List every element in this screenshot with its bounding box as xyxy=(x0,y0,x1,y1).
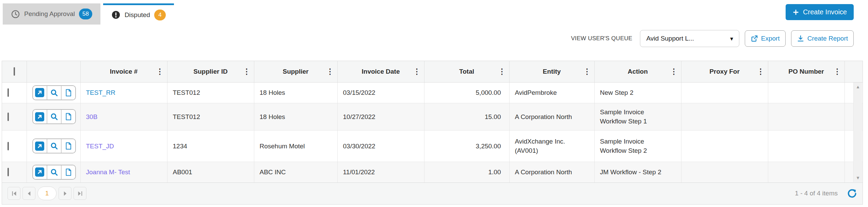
invoice-link[interactable]: 30B xyxy=(86,113,98,120)
column-header-total[interactable]: Total⋮ xyxy=(424,61,509,82)
queue-dropdown[interactable]: Avid Support L... ▼ xyxy=(640,30,739,47)
search-invoice-button[interactable] xyxy=(47,139,61,153)
column-header-po-number[interactable]: PO Number⋮ xyxy=(768,61,845,82)
chevron-down-icon: ▼ xyxy=(729,36,734,42)
supplier-cell: Rosehum Motel xyxy=(254,130,337,162)
next-page-icon xyxy=(62,191,68,196)
export-label: Export xyxy=(761,35,780,42)
total-cell: 1.00 xyxy=(424,162,509,182)
invoice-date-cell: 10/27/2022 xyxy=(337,103,424,130)
entity-text: A Corporation North xyxy=(515,167,572,177)
document-button[interactable] xyxy=(61,139,75,153)
column-label: Total xyxy=(459,68,474,75)
row-select-cell xyxy=(2,130,27,162)
download-icon xyxy=(797,35,804,42)
column-label: Invoice # xyxy=(110,68,138,75)
row-actions-header xyxy=(27,61,80,82)
column-menu-icon[interactable]: ⋮ xyxy=(243,68,251,75)
open-invoice-button[interactable] xyxy=(33,165,47,179)
items-count-text: 1 - 4 of 4 items xyxy=(795,190,838,197)
row-actions-cell xyxy=(27,162,80,182)
column-header-entity[interactable]: Entity⋮ xyxy=(509,61,594,82)
action-text: Sample Invoice Workflow Step 2 xyxy=(600,137,668,155)
row-actions-cell xyxy=(27,103,80,130)
scroll-up-icon[interactable]: ▲ xyxy=(856,85,860,89)
row-checkbox[interactable] xyxy=(7,113,9,121)
scroll-down-icon[interactable]: ▼ xyxy=(856,176,860,180)
page-1-button[interactable]: 1 xyxy=(37,187,57,200)
column-menu-icon[interactable]: ⋮ xyxy=(326,68,334,75)
plus-icon xyxy=(792,9,799,16)
document-button[interactable] xyxy=(61,86,75,100)
invoice-link[interactable]: Joanna M- Test xyxy=(86,168,130,176)
document-button[interactable] xyxy=(61,110,75,123)
table-row: TEST_JD 1234 Rosehum Motel 03/30/2022 3,… xyxy=(2,130,863,162)
create-report-button[interactable]: Create Report xyxy=(791,30,854,47)
column-menu-icon[interactable]: ⋮ xyxy=(413,68,421,75)
filler-header xyxy=(845,61,863,82)
open-invoice-button[interactable] xyxy=(33,139,47,153)
column-header-supplier[interactable]: Supplier⋮ xyxy=(254,61,337,82)
first-page-icon xyxy=(11,191,17,196)
open-invoice-button[interactable] xyxy=(33,110,47,123)
tab-pending-approval[interactable]: Pending Approval 58 xyxy=(3,3,100,25)
tab-label: Pending Approval xyxy=(24,10,75,18)
column-header-invoice[interactable]: Invoice #⋮ xyxy=(80,61,167,82)
column-header-proxy-for[interactable]: Proxy For⋮ xyxy=(681,61,768,82)
invoice-date-cell: 03/30/2022 xyxy=(337,130,424,162)
refresh-button[interactable] xyxy=(847,188,857,199)
column-menu-icon[interactable]: ⋮ xyxy=(757,68,765,75)
row-checkbox[interactable] xyxy=(7,88,9,97)
row-actions-cell xyxy=(27,82,80,103)
search-invoice-button[interactable] xyxy=(47,110,61,123)
po-number-cell xyxy=(768,82,845,103)
table-row: Joanna M- Test AB001 ABC INC 11/01/2022 … xyxy=(2,162,863,182)
column-menu-icon[interactable]: ⋮ xyxy=(583,68,591,75)
action-cell: Sample Invoice Workflow Step 2 xyxy=(594,130,681,162)
column-menu-icon[interactable]: ⋮ xyxy=(670,68,678,75)
document-button[interactable] xyxy=(61,165,75,179)
column-header-action[interactable]: Action⋮ xyxy=(594,61,681,82)
first-page-button[interactable] xyxy=(7,187,20,200)
entity-cell: AvidPembroke xyxy=(509,82,594,103)
tab-disputed[interactable]: Disputed 4 xyxy=(103,3,174,25)
previous-page-button[interactable] xyxy=(22,187,35,200)
column-header-supplier-id[interactable]: Supplier ID⋮ xyxy=(167,61,254,82)
create-invoice-button[interactable]: Create Invoice xyxy=(786,4,854,20)
invoice-grid: Invoice #⋮ Supplier ID⋮ Supplier⋮ Invoic… xyxy=(2,61,863,205)
action-text: JM Workflow - Step 2 xyxy=(600,167,661,177)
row-checkbox[interactable] xyxy=(7,142,9,150)
vertical-scrollbar[interactable]: ▲ ▼ xyxy=(853,83,862,182)
row-action-buttons xyxy=(32,165,76,180)
next-page-button[interactable] xyxy=(59,187,71,200)
invoice-link[interactable]: TEST_JD xyxy=(86,143,114,150)
proxy-for-cell xyxy=(681,162,768,182)
column-label: Supplier ID xyxy=(193,68,227,75)
column-menu-icon[interactable]: ⋮ xyxy=(834,68,841,75)
refresh-icon xyxy=(847,188,857,199)
search-invoice-button[interactable] xyxy=(47,165,61,179)
po-number-cell xyxy=(768,103,845,130)
export-button[interactable]: Export xyxy=(745,30,786,47)
select-all-checkbox[interactable] xyxy=(14,67,15,76)
column-label: PO Number xyxy=(788,68,824,75)
entity-text: A Corporation North xyxy=(515,112,572,121)
row-checkbox[interactable] xyxy=(7,168,9,176)
open-invoice-button[interactable] xyxy=(33,86,47,100)
invoice-date-cell: 03/15/2022 xyxy=(337,82,424,103)
invoice-date-cell: 11/01/2022 xyxy=(337,162,424,182)
last-page-button[interactable] xyxy=(74,187,86,200)
column-menu-icon[interactable]: ⋮ xyxy=(498,68,506,75)
table-row: 30B TEST012 18 Holes 10/27/2022 15.00 A … xyxy=(2,103,863,130)
po-number-cell xyxy=(768,162,845,182)
entity-text: AvidPembroke xyxy=(515,88,557,97)
action-text: New Step 2 xyxy=(600,88,633,97)
invoice-link[interactable]: TEST_RR xyxy=(86,89,116,96)
search-invoice-button[interactable] xyxy=(47,86,61,100)
column-header-invoice-date[interactable]: Invoice Date⋮ xyxy=(337,61,424,82)
action-text: Sample Invoice Workflow Step 1 xyxy=(600,107,668,126)
action-cell: Sample Invoice Workflow Step 1 xyxy=(594,103,681,130)
column-menu-icon[interactable]: ⋮ xyxy=(156,68,164,75)
supplier-id-cell: TEST012 xyxy=(167,103,254,130)
proxy-for-cell xyxy=(681,82,768,103)
